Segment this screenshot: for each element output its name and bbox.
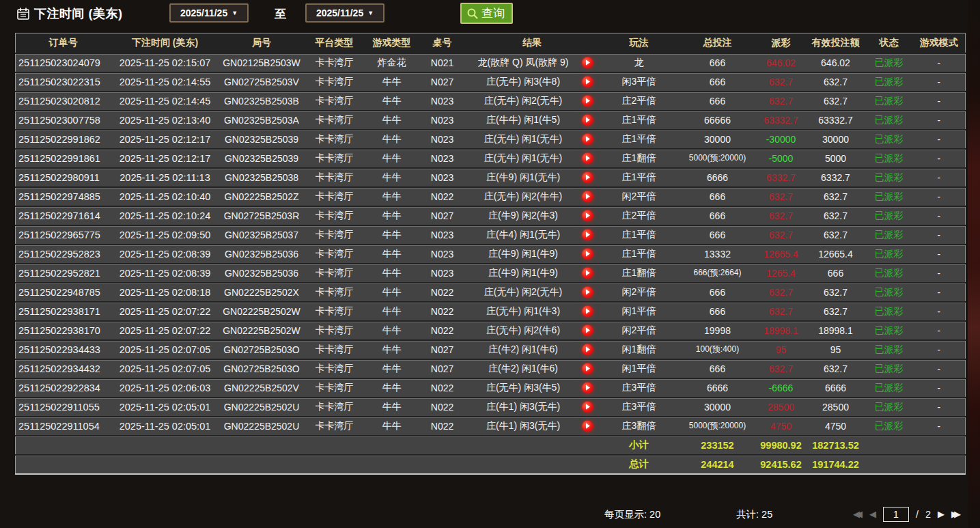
replay-video-icon[interactable] [582, 420, 593, 432]
cell-game-mode: - [913, 111, 966, 130]
page-separator: / [916, 509, 919, 520]
replay-video-icon[interactable] [582, 95, 593, 107]
status-badge: 已派彩 [865, 378, 913, 398]
cell-round-id: GN02725B2503R [219, 206, 305, 225]
summary-row: 总计 244214 92415.62 191744.22 [16, 455, 966, 474]
replay-video-icon[interactable] [582, 152, 593, 164]
cell-platform: 卡卡湾厅 [305, 417, 365, 436]
replay-video-icon[interactable] [582, 382, 593, 393]
cell-result: 庄(牛9) 闲2(牛3) [466, 206, 599, 225]
date-to-picker[interactable]: 2025/11/25 ▼ [305, 3, 384, 23]
cell-round-id: GN02725B2503V [219, 72, 305, 92]
chevron-down-icon: ▼ [367, 10, 374, 16]
cell-total-bet: 13332 [680, 245, 756, 264]
result-text: 庄(无牛) 闲1(无牛) [484, 152, 562, 163]
replay-video-icon[interactable] [582, 57, 593, 68]
cell-bet-time: 2025-11-25 02:13:40 [111, 111, 219, 130]
cell-valid-bet: 632.7 [807, 92, 865, 111]
cell-result: 庄(无牛) 闲1(无牛) [466, 149, 599, 168]
cell-table-no: N027 [419, 340, 466, 359]
cell-round-id: GN02325B2503B [219, 92, 305, 111]
cell-play: 闲2平倍 [599, 321, 680, 340]
col-game-mode: 游戏模式 [913, 33, 966, 53]
cell-valid-bet: 6666 [807, 378, 865, 398]
cell-total-bet: 666 [680, 187, 756, 206]
cell-platform: 卡卡湾厅 [305, 53, 365, 72]
page-number-input[interactable]: 1 [883, 507, 909, 522]
cell-valid-bet: 28500 [807, 398, 865, 417]
cell-round-id: GN02125B2503W [219, 53, 305, 72]
cell-round-id: GN02325B25036 [219, 245, 305, 264]
cell-game-mode: - [913, 92, 966, 111]
cell-table-no: N027 [419, 206, 466, 225]
result-text: 庄(牛1) 闲3(无牛) [486, 420, 560, 431]
cell-round-id: GN02325B2503A [219, 111, 305, 130]
search-button[interactable]: 查询 [460, 3, 513, 24]
cell-game-type: 炸金花 [365, 53, 419, 72]
replay-video-icon[interactable] [582, 267, 593, 279]
cell-table-no: N023 [419, 149, 466, 168]
status-badge: 已派彩 [865, 225, 913, 245]
cell-game-type: 牛牛 [365, 187, 419, 206]
cell-table-no: N023 [419, 130, 466, 149]
background-accent [968, 0, 980, 528]
pagination-bar: 每页显示: 20 共计: 25 ◀◀ ◀ 1 / 2 ▶ ▶▶ [0, 505, 980, 526]
cell-order-id: 251125022922834 [16, 378, 111, 398]
cell-play: 闲1平倍 [599, 302, 680, 321]
cell-table-no: N023 [419, 111, 466, 130]
next-page-icon[interactable]: ▶ [938, 507, 944, 522]
cell-result: 庄(无牛) 闲2(牛6) [466, 321, 599, 340]
summary-row: 小计 233152 99980.92 182713.52 [16, 436, 966, 455]
replay-video-icon[interactable] [582, 344, 593, 355]
cell-bet-time: 2025-11-25 02:10:24 [111, 206, 219, 225]
table-row: 251125022934433 2025-11-25 02:07:05 GN02… [16, 340, 966, 359]
status-badge: 已派彩 [865, 111, 913, 130]
col-table-no: 桌号 [419, 33, 466, 53]
cell-bet-time: 2025-11-25 02:08:39 [111, 245, 219, 264]
replay-video-icon[interactable] [582, 133, 593, 145]
cell-valid-bet: 646.02 [807, 53, 865, 72]
cell-payout: 632.7 [756, 359, 807, 378]
replay-video-icon[interactable] [582, 210, 593, 221]
col-result: 结果 [466, 33, 599, 53]
cell-valid-bet: 632.7 [807, 206, 865, 225]
status-badge: 已派彩 [865, 130, 913, 149]
cell-game-mode: - [913, 130, 966, 149]
cell-order-id: 251125022911054 [16, 417, 111, 436]
summary-payout: 99980.92 [756, 436, 807, 455]
summary-payout: 92415.62 [756, 455, 807, 474]
col-platform: 平台类型 [305, 33, 365, 53]
cell-play: 庄3平倍 [599, 398, 680, 417]
summary-total-bet: 244214 [680, 455, 756, 474]
replay-video-icon[interactable] [582, 76, 593, 87]
replay-video-icon[interactable] [582, 286, 593, 298]
cell-order-id: 251125023007758 [16, 111, 111, 130]
summary-valid-bet: 191744.22 [807, 455, 865, 474]
previous-page-icon[interactable]: ◀ [869, 507, 876, 522]
cell-payout: 632.7 [756, 72, 807, 92]
cell-platform: 卡卡湾厅 [305, 130, 365, 149]
replay-video-icon[interactable] [582, 248, 593, 260]
date-from-picker[interactable]: 2025/11/25 ▼ [169, 3, 249, 23]
status-badge: 已派彩 [865, 53, 913, 72]
last-page-icon[interactable]: ▶▶ [951, 507, 961, 522]
replay-video-icon[interactable] [582, 171, 593, 183]
cell-round-id: GN02325B25038 [219, 168, 305, 187]
replay-video-icon[interactable] [582, 363, 593, 374]
cell-total-bet: 5000(预:20000) [680, 149, 756, 168]
cell-play: 闲2平倍 [599, 187, 680, 206]
first-page-icon[interactable]: ◀◀ [853, 507, 863, 522]
replay-video-icon[interactable] [582, 401, 593, 413]
replay-video-icon[interactable] [582, 114, 593, 126]
replay-video-icon[interactable] [582, 305, 593, 317]
replay-video-icon[interactable] [582, 324, 593, 336]
cell-game-type: 牛牛 [365, 92, 419, 111]
cell-total-bet: 6666 [680, 378, 756, 398]
cell-game-mode: - [913, 302, 966, 321]
result-text: 庄(牛9) 闲1(牛9) [488, 248, 558, 259]
cell-play: 庄1平倍 [599, 168, 680, 187]
replay-video-icon[interactable] [582, 229, 593, 240]
replay-video-icon[interactable] [582, 191, 593, 202]
table-row: 251125022938170 2025-11-25 02:07:22 GN02… [16, 321, 966, 340]
cell-game-type: 牛牛 [365, 359, 419, 378]
